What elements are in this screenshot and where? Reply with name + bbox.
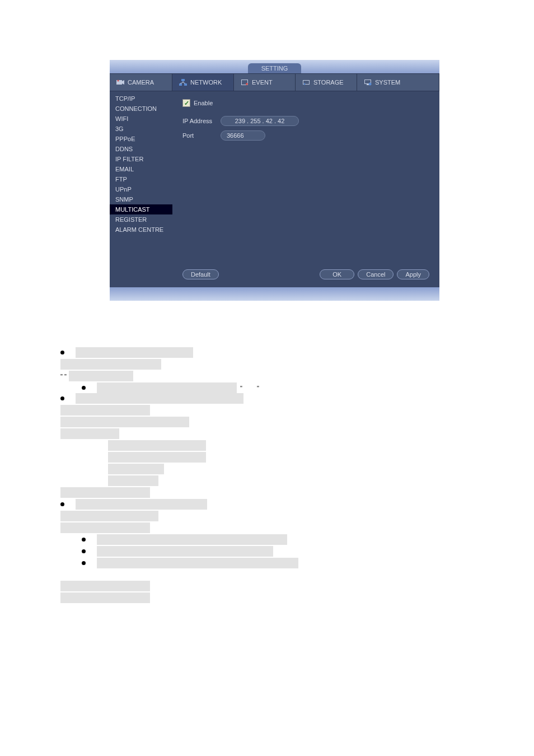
event-icon xyxy=(241,78,249,86)
tab-event[interactable]: EVENT xyxy=(234,74,296,91)
bullet-icon xyxy=(60,502,64,506)
quote-mark: " " xyxy=(60,373,67,380)
port-input[interactable]: 36666 xyxy=(221,130,265,141)
redacted-bar xyxy=(60,487,150,498)
tab-system-label: SYSTEM xyxy=(375,79,400,86)
redacted-bar xyxy=(60,511,158,521)
svg-line-7 xyxy=(180,82,183,83)
sidebar-item-ipfilter[interactable]: IP FILTER xyxy=(110,154,172,164)
network-icon xyxy=(179,78,187,86)
sidebar-item-register[interactable]: REGISTER xyxy=(110,214,172,225)
settings-window: SETTING CAMERA NETWORK EVENT STORAGE xyxy=(110,60,439,301)
redacted-bar xyxy=(97,534,287,545)
ok-button[interactable]: OK xyxy=(320,269,354,279)
sidebar-item-ddns[interactable]: DDNS xyxy=(110,144,172,154)
redacted-bar xyxy=(108,440,206,451)
tab-storage[interactable]: STORAGE xyxy=(296,74,357,91)
svg-rect-5 xyxy=(184,83,187,86)
redacted-bar xyxy=(69,371,133,381)
tab-camera[interactable]: CAMERA xyxy=(110,74,172,91)
bullet-icon xyxy=(82,386,86,390)
tab-storage-label: STORAGE xyxy=(313,79,344,86)
ip-row: IP Address 239 . 255 . 42 . 42 xyxy=(182,116,429,126)
redacted-bar xyxy=(97,382,237,393)
quote-mark: " xyxy=(257,385,259,391)
redacted-bar xyxy=(108,452,206,463)
main-area: TCP/IP CONNECTION WIFI 3G PPPoE DDNS IP … xyxy=(110,91,439,287)
tab-network[interactable]: NETWORK xyxy=(172,74,234,91)
redacted-bar xyxy=(108,475,158,486)
svg-rect-0 xyxy=(116,80,122,85)
camera-icon xyxy=(116,78,124,86)
svg-point-18 xyxy=(369,83,372,86)
svg-rect-3 xyxy=(181,79,185,81)
bullet-icon xyxy=(60,351,64,354)
port-label: Port xyxy=(182,132,216,139)
redacted-bar xyxy=(76,347,193,358)
bullet-icon xyxy=(82,561,86,565)
sidebar-item-ftp[interactable]: FTP xyxy=(110,174,172,184)
redacted-bar xyxy=(60,405,150,416)
ip-label: IP Address xyxy=(182,118,216,124)
ip-address-input[interactable]: 239 . 255 . 42 . 42 xyxy=(221,116,299,126)
sidebar-item-upnp[interactable]: UPnP xyxy=(110,184,172,194)
title-bar: SETTING xyxy=(110,60,439,73)
sidebar-item-pppoe[interactable]: PPPoE xyxy=(110,134,172,144)
redacted-bar xyxy=(60,592,150,603)
sidebar-item-connection[interactable]: CONNECTION xyxy=(110,104,172,114)
redacted-bar xyxy=(76,499,207,510)
sidebar-item-multicast[interactable]: MULTICAST xyxy=(110,204,172,214)
apply-button[interactable]: Apply xyxy=(397,269,429,279)
default-button[interactable]: Default xyxy=(182,269,219,279)
redacted-bar xyxy=(60,581,150,591)
window-title: SETTING xyxy=(248,63,302,73)
tab-network-label: NETWORK xyxy=(190,79,222,86)
system-icon xyxy=(364,78,372,86)
redacted-bar xyxy=(60,522,150,533)
storage-icon xyxy=(302,78,310,86)
sidebar: TCP/IP CONNECTION WIFI 3G PPPoE DDNS IP … xyxy=(110,91,172,287)
redacted-text-section: " " " " xyxy=(60,347,452,604)
redacted-bar xyxy=(108,464,164,474)
button-group-right: OK Cancel Apply xyxy=(320,269,429,279)
sidebar-item-alarmcentre[interactable]: ALARM CENTRE xyxy=(110,225,172,235)
redacted-bar xyxy=(60,428,119,439)
redacted-bar xyxy=(97,546,273,557)
footer-bar xyxy=(110,287,439,301)
sidebar-item-snmp[interactable]: SNMP xyxy=(110,194,172,204)
content-area: ✓ Enable IP Address 239 . 255 . 42 . 42 … xyxy=(172,91,439,287)
quote-mark: " xyxy=(240,385,242,391)
redacted-bar xyxy=(97,558,298,568)
svg-rect-17 xyxy=(367,84,369,85)
svg-marker-1 xyxy=(122,80,124,85)
tabs-bar: CAMERA NETWORK EVENT STORAGE SYSTEM xyxy=(110,73,439,91)
sidebar-item-3g[interactable]: 3G xyxy=(110,124,172,134)
sidebar-item-email[interactable]: EMAIL xyxy=(110,164,172,174)
enable-checkbox[interactable]: ✓ xyxy=(182,99,190,107)
enable-row: ✓ Enable xyxy=(182,99,429,107)
svg-point-11 xyxy=(246,83,248,85)
svg-line-8 xyxy=(183,82,185,83)
enable-label: Enable xyxy=(194,100,213,106)
sidebar-item-tcpip[interactable]: TCP/IP xyxy=(110,94,172,104)
svg-point-2 xyxy=(118,80,119,82)
bullet-icon xyxy=(60,396,64,400)
tab-event-label: EVENT xyxy=(252,79,273,86)
tab-system[interactable]: SYSTEM xyxy=(357,74,439,91)
bullet-icon xyxy=(82,549,86,553)
svg-rect-4 xyxy=(179,83,182,86)
redacted-bar xyxy=(76,393,243,404)
sidebar-item-wifi[interactable]: WIFI xyxy=(110,114,172,124)
button-row: Default OK Cancel Apply xyxy=(182,269,429,279)
svg-point-14 xyxy=(304,83,306,85)
port-row: Port 36666 xyxy=(182,130,429,141)
tab-camera-label: CAMERA xyxy=(128,79,154,86)
bullet-icon xyxy=(82,538,86,542)
redacted-bar xyxy=(60,417,189,427)
redacted-bar xyxy=(60,359,161,370)
cancel-button[interactable]: Cancel xyxy=(358,269,394,279)
